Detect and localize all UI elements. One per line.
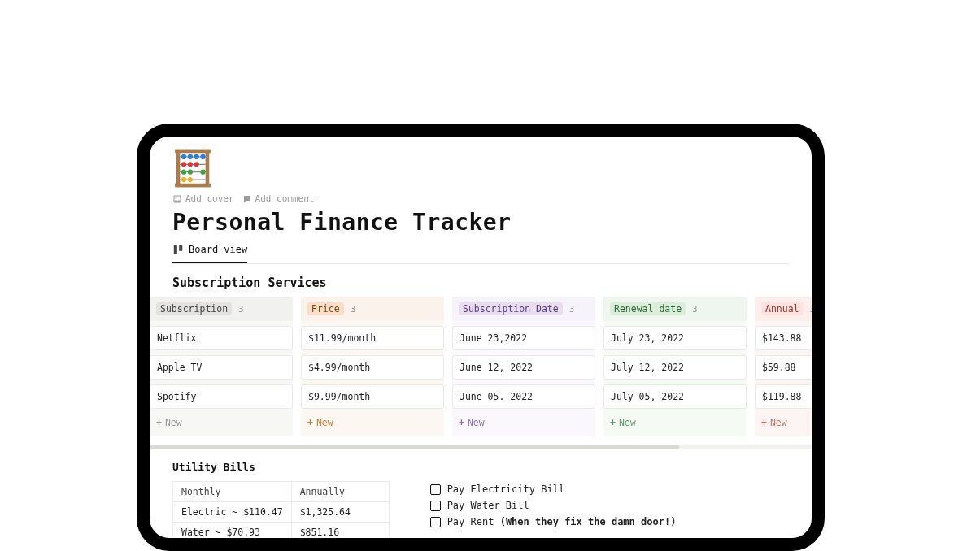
column-label: Subscription xyxy=(156,302,232,315)
svg-point-12 xyxy=(181,162,186,167)
column-header[interactable]: Price 3 xyxy=(301,297,444,321)
horizontal-scrollbar[interactable] xyxy=(150,445,812,449)
todo-text: Pay Water Bill xyxy=(447,500,529,511)
plus-icon: + xyxy=(610,417,616,428)
card[interactable]: Apple TV xyxy=(150,355,293,380)
column-annual: Annual 3 $143.88 $59.88 $119.88 +New xyxy=(755,297,812,436)
table-cell: $1,325.64 xyxy=(291,502,389,523)
svg-point-15 xyxy=(181,170,186,175)
plus-icon: + xyxy=(459,417,464,428)
new-label: New xyxy=(165,417,182,428)
add-new-button[interactable]: +New xyxy=(603,412,747,433)
svg-rect-2 xyxy=(175,184,211,188)
column-label: Price xyxy=(307,302,344,315)
add-new-button[interactable]: +New xyxy=(301,412,444,433)
add-cover-label: Add cover xyxy=(185,193,234,204)
board-icon xyxy=(172,244,184,255)
column-subscription: Subscription 3 Netflix Apple TV Spotify … xyxy=(150,297,293,436)
tab-board-view[interactable]: Board view xyxy=(172,244,247,263)
card[interactable]: $119.88 xyxy=(755,384,812,409)
add-cover-button[interactable]: Add cover xyxy=(172,193,234,204)
utility-bills-block: Utility Bills Monthly Annually Electric … xyxy=(172,461,390,538)
svg-point-14 xyxy=(194,162,199,167)
column-count: 3 xyxy=(351,304,356,315)
column-header[interactable]: Subscription Date 3 xyxy=(452,297,595,321)
utility-table: Monthly Annually Electric ~ $110.47 $1,3… xyxy=(172,481,390,538)
app-screen: Add cover Add comment Personal Finance T… xyxy=(150,137,812,538)
card[interactable]: $4.99/month xyxy=(301,355,444,380)
view-tabs: Board view xyxy=(172,244,789,264)
column-price: Price 3 $11.99/month $4.99/month $9.99/m… xyxy=(301,297,444,436)
svg-point-20 xyxy=(176,197,177,198)
board-scroll-wrap: Subscription 3 Netflix Apple TV Spotify … xyxy=(150,297,812,436)
card[interactable]: $9.99/month xyxy=(301,384,444,409)
svg-point-19 xyxy=(188,177,193,182)
svg-rect-21 xyxy=(174,245,177,254)
table-row: Water ~ $70.93 $851.16 xyxy=(173,523,390,539)
add-comment-label: Add comment xyxy=(255,193,315,204)
section-subscriptions-heading: Subscription Services xyxy=(172,276,789,290)
svg-point-9 xyxy=(188,154,193,159)
add-new-button[interactable]: +New xyxy=(452,412,595,433)
abacus-icon xyxy=(172,148,213,189)
checkbox-icon[interactable] xyxy=(430,484,441,495)
add-comment-button[interactable]: Add comment xyxy=(242,193,315,204)
checkbox-icon[interactable] xyxy=(430,501,441,511)
plus-icon: + xyxy=(156,417,162,428)
column-subscription-date: Subscription Date 3 June 23,2022 June 12… xyxy=(452,297,595,436)
svg-point-11 xyxy=(200,154,205,159)
column-renewal-date: Renewal date 3 July 23, 2022 July 12, 20… xyxy=(603,297,747,436)
column-count: 3 xyxy=(238,304,244,315)
new-label: New xyxy=(619,417,636,428)
todo-note: (When they fix the damn door!) xyxy=(500,516,677,527)
column-header[interactable]: Renewal date 3 xyxy=(603,297,747,321)
card[interactable]: July 05, 2022 xyxy=(603,384,747,409)
comment-icon xyxy=(242,194,252,204)
device-frame: Add cover Add comment Personal Finance T… xyxy=(137,124,825,551)
column-count: 3 xyxy=(692,304,698,315)
column-header[interactable]: Annual 3 xyxy=(755,297,812,321)
image-icon xyxy=(172,194,182,204)
table-cell: Electric ~ $110.47 xyxy=(173,502,292,523)
checkbox-icon[interactable] xyxy=(430,517,441,527)
card[interactable]: $143.88 xyxy=(755,326,812,350)
svg-rect-0 xyxy=(176,150,181,186)
plus-icon: + xyxy=(761,417,767,428)
svg-rect-1 xyxy=(206,150,210,186)
svg-point-10 xyxy=(194,154,199,159)
card[interactable]: June 23,2022 xyxy=(452,326,595,350)
card[interactable]: Spotify xyxy=(150,384,293,409)
card[interactable]: $11.99/month xyxy=(301,326,444,350)
scrollbar-thumb[interactable] xyxy=(150,445,679,449)
todo-item[interactable]: Pay Water Bill xyxy=(430,500,677,511)
plus-icon: + xyxy=(307,417,313,428)
add-new-button[interactable]: +New xyxy=(755,412,812,433)
card[interactable]: June 12, 2022 xyxy=(452,355,595,380)
svg-rect-22 xyxy=(179,245,182,251)
column-label: Renewal date xyxy=(610,302,686,315)
board: Subscription 3 Netflix Apple TV Spotify … xyxy=(150,297,812,436)
table-row: Monthly Annually xyxy=(173,482,390,502)
todo-text: Pay Electricity Bill xyxy=(447,484,565,495)
new-label: New xyxy=(468,417,485,428)
svg-point-8 xyxy=(181,154,186,159)
svg-point-18 xyxy=(181,177,186,182)
todo-text: Pay Rent (When they fix the damn door!) xyxy=(447,516,677,527)
card[interactable]: July 12, 2022 xyxy=(603,355,747,380)
table-cell: $851.16 xyxy=(291,523,389,539)
new-label: New xyxy=(770,417,787,428)
card[interactable]: June 05. 2022 xyxy=(452,384,595,409)
card[interactable]: July 23, 2022 xyxy=(603,326,747,350)
svg-point-16 xyxy=(188,170,193,175)
tab-label: Board view xyxy=(189,244,247,255)
page-title: Personal Finance Tracker xyxy=(172,209,789,236)
column-header[interactable]: Subscription 3 xyxy=(150,297,293,321)
table-header-annually: Annually xyxy=(291,482,389,502)
svg-rect-3 xyxy=(175,150,211,154)
column-count: 3 xyxy=(569,304,575,315)
add-new-button[interactable]: +New xyxy=(150,412,293,433)
todo-item[interactable]: Pay Rent (When they fix the damn door!) xyxy=(430,516,677,527)
card[interactable]: Netflix xyxy=(150,326,293,350)
card[interactable]: $59.88 xyxy=(755,355,812,380)
todo-item[interactable]: Pay Electricity Bill xyxy=(430,484,677,495)
